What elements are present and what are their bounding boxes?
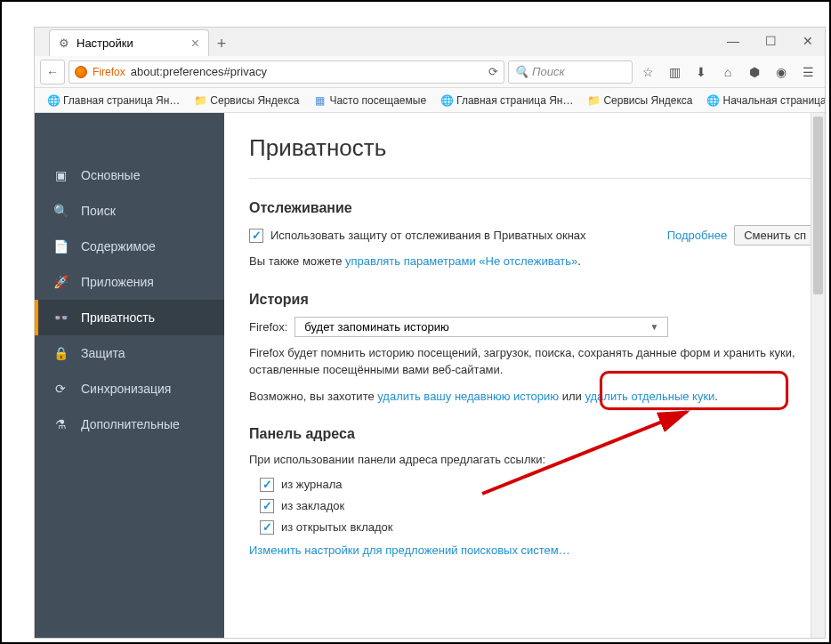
back-button[interactable]: ← — [40, 60, 65, 85]
pocket-icon[interactable]: ⬢ — [743, 60, 766, 84]
section-heading: Отслеживание — [249, 200, 816, 216]
tab-close-icon[interactable]: × — [191, 36, 199, 52]
bookmark-item[interactable]: 🌐Главная страница Ян… — [435, 93, 578, 109]
bookmark-item[interactable]: 📁Сервисы Яндекса — [582, 93, 698, 109]
downloads-icon[interactable]: ⬇ — [690, 60, 713, 84]
menu-icon[interactable]: ☰ — [796, 60, 819, 84]
maximize-icon[interactable]: ☐ — [764, 35, 777, 47]
minimize-icon[interactable]: — — [727, 35, 739, 47]
bookmark-item[interactable]: 📁Сервисы Яндекса — [189, 93, 304, 109]
rocket-icon: 🚀 — [52, 274, 69, 290]
change-blocklist-button[interactable]: Сменить сп — [734, 225, 816, 246]
bookmark-item[interactable]: ▦Часто посещаемые — [308, 93, 432, 109]
locationbar-section: Панель адреса При использовании панели а… — [249, 426, 816, 559]
divider — [249, 178, 816, 179]
section-heading: История — [249, 292, 816, 308]
url-text: about:preferences#privacy — [131, 65, 267, 78]
grid-icon: ▦ — [313, 94, 326, 107]
tab-settings[interactable]: ⚙ Настройки × — [49, 29, 209, 56]
page-title: Приватность — [249, 134, 816, 162]
history-label: Firefox: — [249, 320, 287, 334]
url-bar[interactable]: Firefox about:preferences#privacy ⟳ — [69, 60, 504, 84]
change-search-settings-link[interactable]: Изменить настройки для предложений поиск… — [249, 543, 570, 557]
tab-title: Настройки — [77, 36, 133, 50]
history-description: Firefox будет помнить историю посещений,… — [249, 344, 816, 379]
shield-icon[interactable]: ◉ — [770, 60, 793, 84]
sync-icon: ⟳ — [52, 381, 69, 397]
opentabs-suggestions-checkbox[interactable]: ✓ — [260, 520, 274, 535]
nav-bar: ← Firefox about:preferences#privacy ⟳ 🔍 … — [35, 56, 825, 88]
sidebar-item-security[interactable]: 🔒Защита — [35, 335, 224, 371]
folder-icon: 📁 — [587, 94, 600, 107]
history-section: История Firefox: будет запоминать истори… — [249, 292, 816, 406]
sidebar-item-advanced[interactable]: ⚗Дополнительные — [35, 407, 224, 442]
bookmark-item[interactable]: 🌐Главная страница Ян… — [42, 93, 185, 109]
remove-cookies-link[interactable]: удалить отдельные куки — [585, 390, 714, 403]
tab-bar: ⚙ Настройки × + — [35, 28, 825, 56]
close-icon[interactable]: ✕ — [802, 35, 814, 47]
bookmark-item[interactable]: 🌐Начальная страница — [702, 93, 825, 109]
search-icon: 🔍 — [514, 65, 528, 78]
globe-icon: 🌐 — [707, 94, 720, 107]
reload-icon[interactable]: ⟳ — [488, 65, 498, 78]
gear-icon: ⚙ — [59, 36, 69, 50]
tracking-protection-checkbox[interactable]: ✓ — [249, 229, 263, 243]
checkbox-label: Использовать защиту от отслеживания в Пр… — [270, 229, 586, 242]
tracking-section: Отслеживание ✓ Использовать защиту от от… — [249, 200, 816, 270]
browser-window: — ☐ ✕ ⚙ Настройки × + ← Firefox about:pr… — [34, 27, 826, 639]
sidebar-item-sync[interactable]: ⟳Синхронизация — [35, 371, 224, 407]
history-suggestions-checkbox[interactable]: ✓ — [260, 478, 274, 492]
manage-dnt-link[interactable]: управлять параметрами «Не отслеживать» — [345, 254, 577, 268]
url-prefix: Firefox — [93, 66, 125, 78]
lock-icon: 🔒 — [52, 345, 69, 361]
chevron-down-icon: ▼ — [649, 322, 658, 332]
window-frame: — ☐ ✕ ⚙ Настройки × + ← Firefox about:pr… — [0, 0, 831, 644]
locationbar-desc: При использовании панели адреса предлага… — [249, 451, 816, 469]
content-area: ▣Основные 🔍Поиск 📄Содержимое 🚀Приложения… — [35, 113, 825, 638]
sidebar-item-general[interactable]: ▣Основные — [35, 157, 224, 193]
preferences-main: Приватность Отслеживание ✓ Использовать … — [224, 113, 825, 638]
bookmarks-bar: 🌐Главная страница Ян… 📁Сервисы Яндекса ▦… — [35, 88, 825, 113]
globe-icon: 🌐 — [440, 94, 453, 107]
mask-icon: 👓 — [52, 310, 69, 326]
sidebar-item-privacy[interactable]: 👓Приватность — [35, 300, 224, 335]
document-icon: 📄 — [52, 238, 69, 254]
general-icon: ▣ — [52, 167, 69, 183]
bookmarks-suggestions-checkbox[interactable]: ✓ — [260, 499, 274, 513]
clear-history-link[interactable]: удалить вашу недавнюю историю — [377, 390, 559, 403]
advanced-icon: ⚗ — [52, 416, 69, 432]
firefox-logo-icon — [75, 66, 87, 78]
section-heading: Панель адреса — [249, 426, 816, 442]
home-icon[interactable]: ⌂ — [716, 60, 739, 84]
sidebar-panel-icon[interactable]: ▥ — [663, 60, 686, 84]
sidebar-item-search[interactable]: 🔍Поиск — [35, 193, 224, 229]
bookmark-star-icon[interactable]: ☆ — [636, 60, 659, 84]
globe-icon: 🌐 — [47, 94, 60, 107]
search-placeholder: Поиск — [532, 65, 565, 78]
scroll-thumb[interactable] — [813, 117, 823, 294]
search-icon: 🔍 — [52, 203, 69, 219]
search-bar[interactable]: 🔍 Поиск — [508, 60, 633, 84]
new-tab-button[interactable]: + — [209, 31, 234, 56]
preferences-sidebar: ▣Основные 🔍Поиск 📄Содержимое 🚀Приложения… — [35, 113, 224, 638]
window-controls: — ☐ ✕ — [727, 35, 814, 47]
history-mode-select[interactable]: будет запоминать историю ▼ — [294, 317, 668, 337]
scrollbar[interactable] — [811, 113, 825, 638]
learn-more-link[interactable]: Подробнее — [667, 229, 727, 242]
sidebar-item-applications[interactable]: 🚀Приложения — [35, 264, 224, 300]
sidebar-item-content[interactable]: 📄Содержимое — [35, 229, 224, 264]
folder-icon: 📁 — [194, 94, 206, 107]
